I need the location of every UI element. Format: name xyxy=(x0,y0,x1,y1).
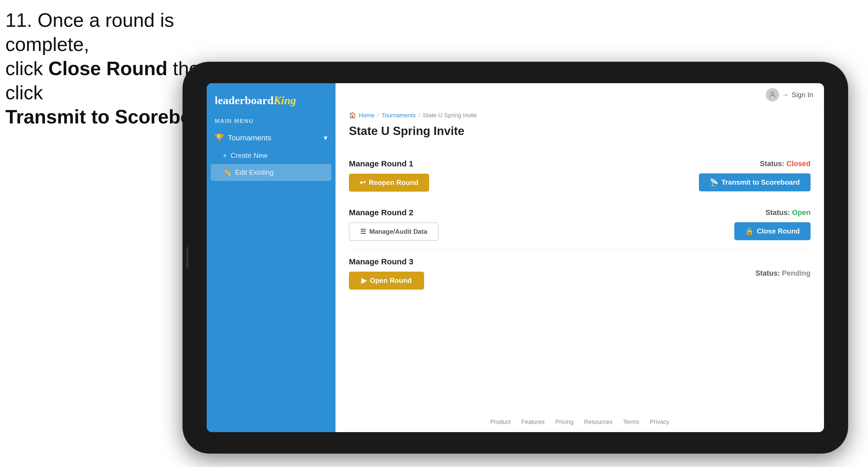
open-round-label: Open Round xyxy=(370,276,412,285)
close-round-label: Close Round xyxy=(757,227,800,236)
edit-icon: ✏️ xyxy=(223,168,231,177)
top-bar: → Sign In xyxy=(336,83,824,106)
sidebar-item-edit-existing[interactable]: ✏️ Edit Existing xyxy=(211,164,332,181)
sidebar-tournaments-label: Tournaments xyxy=(228,134,271,142)
sidebar-item-tournaments[interactable]: 🏆 Tournaments ▾ xyxy=(207,129,336,147)
round-1-title: Manage Round 1 xyxy=(349,159,429,168)
audit-icon: ☰ xyxy=(360,228,366,236)
tablet-device: leaderboardKing MAIN MENU 🏆 Tournaments … xyxy=(183,62,848,454)
reopen-icon: ↩ xyxy=(360,179,366,187)
sign-in-label: → xyxy=(782,91,789,99)
content-area: Manage Round 1 ↩ Reopen Round Status: Cl… xyxy=(336,146,824,411)
footer: Product Features Pricing Resources Terms… xyxy=(336,411,824,432)
transmit-icon: 📡 xyxy=(710,178,718,187)
footer-resources[interactable]: Resources xyxy=(584,418,612,426)
footer-pricing[interactable]: Pricing xyxy=(555,418,573,426)
breadcrumb-tournaments[interactable]: Tournaments xyxy=(382,112,416,119)
sidebar: leaderboardKing MAIN MENU 🏆 Tournaments … xyxy=(207,83,336,432)
open-icon: ▶ xyxy=(361,276,367,285)
transmit-to-scoreboard-button[interactable]: 📡 Transmit to Scoreboard xyxy=(699,174,811,191)
breadcrumb-current: State U Spring Invite xyxy=(423,112,477,119)
user-avatar xyxy=(766,88,779,101)
round-3-section: Manage Round 3 ▶ Open Round Status: Pend… xyxy=(349,249,811,298)
edit-existing-label: Edit Existing xyxy=(235,168,274,177)
logo-area: leaderboardKing xyxy=(207,83,336,115)
round-1-status: Status: Closed xyxy=(760,160,811,168)
round-2-left: Manage Round 2 ☰ Manage/Audit Data xyxy=(349,208,439,241)
lock-icon: 🔒 xyxy=(745,227,754,236)
breadcrumb-sep2: / xyxy=(418,112,420,119)
footer-terms[interactable]: Terms xyxy=(623,418,639,426)
instruction-line1: 11. Once a round is complete, xyxy=(5,8,247,56)
sidebar-item-create-new[interactable]: + Create New xyxy=(207,147,336,164)
reopen-label: Reopen Round xyxy=(369,179,418,187)
tablet-notch xyxy=(186,247,188,269)
round-2-right: Status: Open 🔒 Close Round xyxy=(734,209,811,240)
round-1-section: Manage Round 1 ↩ Reopen Round Status: Cl… xyxy=(349,151,811,200)
breadcrumb-sep1: / xyxy=(377,112,379,119)
footer-product[interactable]: Product xyxy=(490,418,510,426)
round-3-status: Status: Pending xyxy=(755,269,811,278)
round-2-title: Manage Round 2 xyxy=(349,208,439,217)
reopen-round-button[interactable]: ↩ Reopen Round xyxy=(349,174,429,192)
page-header: State U Spring Invite xyxy=(336,122,824,146)
round-3-right: Status: Pending xyxy=(755,269,811,278)
footer-privacy[interactable]: Privacy xyxy=(650,418,669,426)
round-3-left: Manage Round 3 ▶ Open Round xyxy=(349,257,424,289)
main-menu-label: MAIN MENU xyxy=(207,115,336,129)
open-round-button[interactable]: ▶ Open Round xyxy=(349,272,424,289)
round-1-right: Status: Closed 📡 Transmit to Scoreboard xyxy=(699,160,811,191)
round-2-section: Manage Round 2 ☰ Manage/Audit Data Statu… xyxy=(349,200,811,249)
sign-in-button[interactable]: → Sign In xyxy=(766,88,813,101)
chevron-down-icon: ▾ xyxy=(324,133,328,142)
round-3-title: Manage Round 3 xyxy=(349,257,424,266)
svg-point-4 xyxy=(771,92,774,95)
audit-label: Manage/Audit Data xyxy=(369,228,427,236)
round-1-status-value: Closed xyxy=(786,160,811,168)
main-content: → Sign In 🏠 Home / Tournaments / State U… xyxy=(336,83,824,432)
round-2-status: Status: Open xyxy=(766,209,811,217)
footer-features[interactable]: Features xyxy=(521,418,545,426)
create-new-label: Create New xyxy=(230,151,267,160)
breadcrumb: 🏠 Home / Tournaments / State U Spring In… xyxy=(336,106,824,122)
round-1-left: Manage Round 1 ↩ Reopen Round xyxy=(349,159,429,192)
close-round-button[interactable]: 🔒 Close Round xyxy=(734,222,811,240)
home-icon: 🏠 xyxy=(349,112,356,119)
plus-icon: + xyxy=(223,151,227,160)
trophy-icon: 🏆 xyxy=(215,133,224,142)
breadcrumb-home[interactable]: Home xyxy=(359,112,375,119)
sign-in-text: Sign In xyxy=(792,91,813,99)
logo-accent: King xyxy=(274,94,296,106)
round-3-status-value: Pending xyxy=(782,269,811,277)
manage-audit-button[interactable]: ☰ Manage/Audit Data xyxy=(349,222,439,241)
page-title: State U Spring Invite xyxy=(349,124,811,138)
app-logo: leaderboardKing xyxy=(215,94,328,107)
tablet-screen: leaderboardKing MAIN MENU 🏆 Tournaments … xyxy=(207,83,824,432)
round-2-status-value: Open xyxy=(792,209,811,217)
transmit-label: Transmit to Scoreboard xyxy=(721,178,800,187)
sidebar-item-left: 🏆 Tournaments xyxy=(215,133,271,142)
